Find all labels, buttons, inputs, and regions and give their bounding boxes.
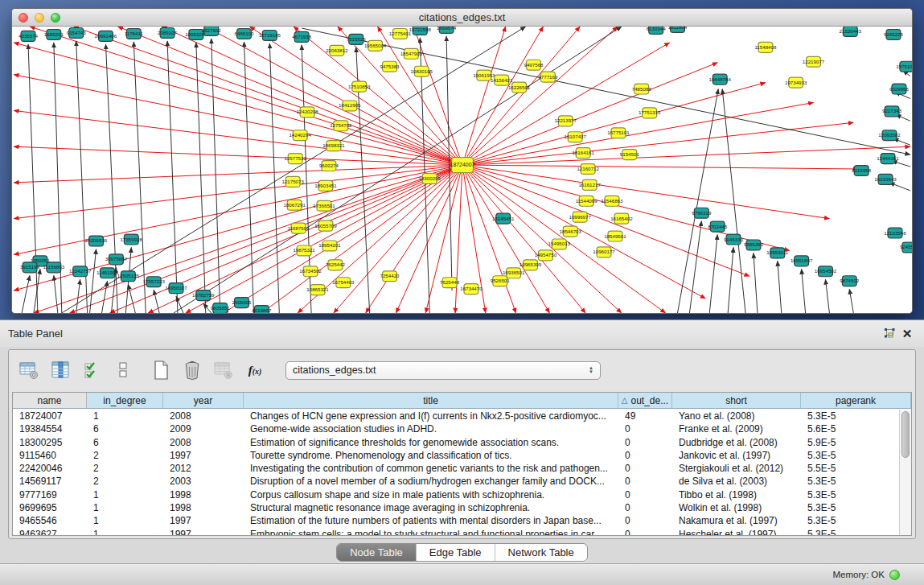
node-label: 7515526 <box>347 36 367 42</box>
node-label: 6466100 <box>235 31 255 36</box>
node-label: 6799319 <box>692 210 712 216</box>
node-label: 3915199 <box>20 264 40 270</box>
node-label: 12219077 <box>803 59 825 64</box>
table-row[interactable]: 2242004622012Investigating the contribut… <box>13 462 899 475</box>
table-row[interactable]: 969969511998Structural magnetic resonanc… <box>13 501 899 514</box>
zoom-window-button[interactable] <box>51 13 60 23</box>
node-label: 9154501 <box>620 151 640 157</box>
table-row[interactable]: 1830029562008Estimation of significance … <box>13 436 899 449</box>
row-select-button[interactable] <box>80 358 104 382</box>
node-label: 2005905 <box>232 299 253 305</box>
node-label: 10954502 <box>815 268 837 274</box>
cell-out_degree: 0 <box>618 449 672 462</box>
column-header-out-degree[interactable]: △out_de... <box>618 393 672 408</box>
table-options-button[interactable] <box>17 358 41 382</box>
column-header-name[interactable]: name <box>13 393 87 408</box>
memory-ok-indicator[interactable] <box>889 570 900 580</box>
cell-short: Wolkin et al. (1998) <box>672 501 801 514</box>
rows-icon <box>116 360 130 381</box>
node-label: 8215958 <box>852 167 872 173</box>
network-window[interactable]: citations_edges.txt 40355741685201915474… <box>11 8 913 314</box>
table-row[interactable]: 1872400712008Changes of HCN gene express… <box>13 410 899 422</box>
cell-short: Dudbridge et al. (2008) <box>672 436 801 449</box>
node-label: 12342757 <box>69 268 92 274</box>
window-titlebar[interactable]: citations_edges.txt <box>12 9 912 27</box>
node-label: 16734502 <box>299 268 322 274</box>
column-header-title[interactable]: title <box>244 393 618 408</box>
node-label: 22063812 <box>326 47 348 53</box>
cell-out_degree: 0 <box>618 475 672 488</box>
cell-pagerank: 5.5E-5 <box>801 462 899 475</box>
table-selector-dropdown[interactable]: citations_edges.txt ▲▼ <box>285 361 601 380</box>
node-label: 16210643 <box>874 176 897 182</box>
node-label: 19565004 <box>364 43 387 48</box>
float-panel-button[interactable] <box>881 326 898 342</box>
table-row[interactable]: 977716911998Corpus callosum shape and si… <box>13 488 899 501</box>
table-row[interactable]: 946554611997Estimation of the future num… <box>13 514 899 527</box>
node-label: 16754403 <box>332 279 355 285</box>
node-label: 10965399 <box>519 262 542 267</box>
delete-table-button[interactable] <box>211 358 236 382</box>
create-column-button[interactable] <box>149 358 173 382</box>
node-label: 12754702 <box>330 122 352 128</box>
desktop-background: citations_edges.txt 40355741685201915474… <box>0 0 924 319</box>
close-panel-button[interactable]: ✕ <box>898 326 916 342</box>
table-row[interactable]: 911546021997Tourette syndrome. Phenomeno… <box>13 449 899 462</box>
node-label: 16226501 <box>508 84 531 90</box>
table-panel-title: Table Panel <box>8 328 881 340</box>
cell-short: Hescheler et al. (1997) <box>672 528 801 535</box>
table-row[interactable]: 946362711997Embryonic stem cells: a mode… <box>13 528 899 535</box>
table-selector-value: citations_edges.txt <box>293 365 589 376</box>
delete-column-button[interactable] <box>180 358 204 382</box>
cell-out_degree: 0 <box>618 514 672 527</box>
column-header-short[interactable]: short <box>672 393 801 408</box>
column-header-in-degree[interactable]: in_degree <box>87 393 163 408</box>
cell-year: 1997 <box>163 528 244 535</box>
column-header-year[interactable]: year <box>163 393 244 408</box>
close-window-button[interactable] <box>18 13 28 23</box>
table-header-row: name in_degree year title △out_de... sho… <box>13 393 911 409</box>
window-title: citations_edges.txt <box>12 11 912 23</box>
node-label: 18300295 <box>419 175 441 181</box>
tab-network-table[interactable]: Network Table <box>495 544 587 561</box>
cell-year: 1998 <box>163 488 244 501</box>
column-header-pagerank[interactable]: pagerank <box>801 393 911 408</box>
table-row[interactable]: 1456911722003Disruption of a novel membe… <box>13 475 899 488</box>
row-select-icon <box>82 360 101 381</box>
citation-network-graph[interactable]: 4035574168520191547432069140611784112089… <box>12 27 912 313</box>
cell-title: Tourette syndrome. Phenomenology and cla… <box>244 449 618 462</box>
cell-name: 9777169 <box>13 488 87 501</box>
table-options-icon <box>18 360 39 381</box>
node-label: 1669574 <box>437 27 457 31</box>
cell-year: 1997 <box>163 514 244 527</box>
node-label: 11546863 <box>601 198 623 204</box>
scrollbar-thumb[interactable] <box>901 411 910 458</box>
cell-pagerank: 5.3E-5 <box>801 449 899 462</box>
column-display-button[interactable] <box>48 358 72 382</box>
node-label: 30975887 <box>105 256 128 262</box>
cell-short: Nakamura et al. (1997) <box>672 514 801 527</box>
vertical-scrollbar[interactable] <box>899 410 911 535</box>
node-label: 7254420 <box>380 273 400 278</box>
node-label: 1178411 <box>125 31 144 36</box>
network-canvas[interactable]: 4035574168520191547432069140611784112089… <box>12 27 912 313</box>
minimize-window-button[interactable] <box>35 13 44 23</box>
table-panel: Table Panel ✕ <box>0 319 924 585</box>
tab-edge-table[interactable]: Edge Table <box>416 544 495 561</box>
cell-in_degree: 1 <box>87 501 163 514</box>
rows-button[interactable] <box>111 358 135 382</box>
cell-pagerank: 5.3E-5 <box>801 475 899 488</box>
cell-short: Yano et al. (2008) <box>672 410 801 422</box>
node-label: 10996977 <box>569 214 591 220</box>
cell-in_degree: 1 <box>87 528 163 535</box>
cell-year: 2008 <box>163 436 244 449</box>
node-label: 2089207 <box>158 30 178 35</box>
node-label: 9046330 <box>724 237 744 242</box>
tab-node-table[interactable]: Node Table <box>337 544 416 561</box>
function-builder-button[interactable]: f(x) <box>243 358 267 382</box>
node-label: 15722588 <box>409 27 432 32</box>
node-label: 8130344 <box>647 27 667 31</box>
node-label: 12577533 <box>284 155 306 161</box>
cell-year: 1998 <box>163 501 244 514</box>
table-row[interactable]: 1938455462009Genome-wide association stu… <box>13 422 899 435</box>
